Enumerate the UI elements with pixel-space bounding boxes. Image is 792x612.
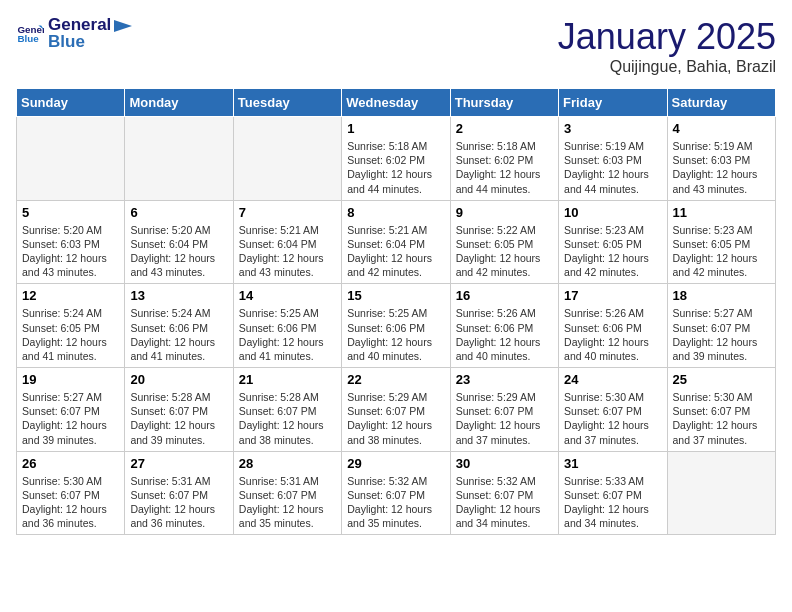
calendar-cell — [17, 117, 125, 201]
day-number: 1 — [347, 121, 444, 136]
day-info: Sunrise: 5:24 AMSunset: 6:06 PMDaylight:… — [130, 306, 227, 363]
day-header-monday: Monday — [125, 89, 233, 117]
day-info: Sunrise: 5:20 AMSunset: 6:03 PMDaylight:… — [22, 223, 119, 280]
calendar-cell: 7Sunrise: 5:21 AMSunset: 6:04 PMDaylight… — [233, 200, 341, 284]
day-header-saturday: Saturday — [667, 89, 775, 117]
calendar-cell: 31Sunrise: 5:33 AMSunset: 6:07 PMDayligh… — [559, 451, 667, 535]
calendar-cell: 13Sunrise: 5:24 AMSunset: 6:06 PMDayligh… — [125, 284, 233, 368]
title-block: January 2025 Quijingue, Bahia, Brazil — [558, 16, 776, 76]
day-number: 10 — [564, 205, 661, 220]
logo-chevron — [112, 18, 134, 34]
day-number: 6 — [130, 205, 227, 220]
day-header-sunday: Sunday — [17, 89, 125, 117]
calendar-subtitle: Quijingue, Bahia, Brazil — [558, 58, 776, 76]
day-info: Sunrise: 5:33 AMSunset: 6:07 PMDaylight:… — [564, 474, 661, 531]
calendar-cell: 18Sunrise: 5:27 AMSunset: 6:07 PMDayligh… — [667, 284, 775, 368]
calendar-title: January 2025 — [558, 16, 776, 58]
calendar-cell — [125, 117, 233, 201]
svg-text:Blue: Blue — [17, 33, 39, 44]
day-info: Sunrise: 5:29 AMSunset: 6:07 PMDaylight:… — [456, 390, 553, 447]
calendar-cell: 1Sunrise: 5:18 AMSunset: 6:02 PMDaylight… — [342, 117, 450, 201]
day-number: 16 — [456, 288, 553, 303]
day-number: 3 — [564, 121, 661, 136]
day-number: 12 — [22, 288, 119, 303]
day-header-friday: Friday — [559, 89, 667, 117]
calendar-cell: 27Sunrise: 5:31 AMSunset: 6:07 PMDayligh… — [125, 451, 233, 535]
day-number: 24 — [564, 372, 661, 387]
calendar-cell: 2Sunrise: 5:18 AMSunset: 6:02 PMDaylight… — [450, 117, 558, 201]
svg-marker-4 — [114, 20, 132, 32]
calendar-table: SundayMondayTuesdayWednesdayThursdayFrid… — [16, 88, 776, 535]
day-number: 23 — [456, 372, 553, 387]
day-info: Sunrise: 5:31 AMSunset: 6:07 PMDaylight:… — [239, 474, 336, 531]
day-number: 31 — [564, 456, 661, 471]
calendar-cell — [667, 451, 775, 535]
day-info: Sunrise: 5:18 AMSunset: 6:02 PMDaylight:… — [347, 139, 444, 196]
day-number: 30 — [456, 456, 553, 471]
calendar-cell: 5Sunrise: 5:20 AMSunset: 6:03 PMDaylight… — [17, 200, 125, 284]
day-header-wednesday: Wednesday — [342, 89, 450, 117]
day-info: Sunrise: 5:25 AMSunset: 6:06 PMDaylight:… — [347, 306, 444, 363]
day-info: Sunrise: 5:24 AMSunset: 6:05 PMDaylight:… — [22, 306, 119, 363]
calendar-cell: 12Sunrise: 5:24 AMSunset: 6:05 PMDayligh… — [17, 284, 125, 368]
day-number: 18 — [673, 288, 770, 303]
calendar-cell: 22Sunrise: 5:29 AMSunset: 6:07 PMDayligh… — [342, 368, 450, 452]
day-info: Sunrise: 5:31 AMSunset: 6:07 PMDaylight:… — [130, 474, 227, 531]
logo-text: General — [48, 16, 134, 34]
day-info: Sunrise: 5:19 AMSunset: 6:03 PMDaylight:… — [673, 139, 770, 196]
day-info: Sunrise: 5:28 AMSunset: 6:07 PMDaylight:… — [239, 390, 336, 447]
calendar-cell: 28Sunrise: 5:31 AMSunset: 6:07 PMDayligh… — [233, 451, 341, 535]
calendar-week-row: 19Sunrise: 5:27 AMSunset: 6:07 PMDayligh… — [17, 368, 776, 452]
calendar-cell: 26Sunrise: 5:30 AMSunset: 6:07 PMDayligh… — [17, 451, 125, 535]
day-number: 2 — [456, 121, 553, 136]
calendar-cell: 8Sunrise: 5:21 AMSunset: 6:04 PMDaylight… — [342, 200, 450, 284]
calendar-cell: 15Sunrise: 5:25 AMSunset: 6:06 PMDayligh… — [342, 284, 450, 368]
day-number: 8 — [347, 205, 444, 220]
day-info: Sunrise: 5:20 AMSunset: 6:04 PMDaylight:… — [130, 223, 227, 280]
day-number: 5 — [22, 205, 119, 220]
logo-icon: General Blue — [16, 20, 44, 48]
calendar-cell: 16Sunrise: 5:26 AMSunset: 6:06 PMDayligh… — [450, 284, 558, 368]
day-info: Sunrise: 5:19 AMSunset: 6:03 PMDaylight:… — [564, 139, 661, 196]
day-number: 13 — [130, 288, 227, 303]
day-number: 22 — [347, 372, 444, 387]
day-number: 9 — [456, 205, 553, 220]
day-number: 25 — [673, 372, 770, 387]
calendar-cell: 19Sunrise: 5:27 AMSunset: 6:07 PMDayligh… — [17, 368, 125, 452]
calendar-cell: 23Sunrise: 5:29 AMSunset: 6:07 PMDayligh… — [450, 368, 558, 452]
day-info: Sunrise: 5:30 AMSunset: 6:07 PMDaylight:… — [564, 390, 661, 447]
day-info: Sunrise: 5:27 AMSunset: 6:07 PMDaylight:… — [22, 390, 119, 447]
day-number: 29 — [347, 456, 444, 471]
day-info: Sunrise: 5:32 AMSunset: 6:07 PMDaylight:… — [347, 474, 444, 531]
day-info: Sunrise: 5:26 AMSunset: 6:06 PMDaylight:… — [564, 306, 661, 363]
calendar-cell: 17Sunrise: 5:26 AMSunset: 6:06 PMDayligh… — [559, 284, 667, 368]
day-info: Sunrise: 5:32 AMSunset: 6:07 PMDaylight:… — [456, 474, 553, 531]
day-info: Sunrise: 5:29 AMSunset: 6:07 PMDaylight:… — [347, 390, 444, 447]
calendar-cell: 6Sunrise: 5:20 AMSunset: 6:04 PMDaylight… — [125, 200, 233, 284]
calendar-cell: 4Sunrise: 5:19 AMSunset: 6:03 PMDaylight… — [667, 117, 775, 201]
calendar-week-row: 12Sunrise: 5:24 AMSunset: 6:05 PMDayligh… — [17, 284, 776, 368]
calendar-week-row: 5Sunrise: 5:20 AMSunset: 6:03 PMDaylight… — [17, 200, 776, 284]
day-number: 27 — [130, 456, 227, 471]
calendar-cell — [233, 117, 341, 201]
day-info: Sunrise: 5:21 AMSunset: 6:04 PMDaylight:… — [347, 223, 444, 280]
calendar-cell: 21Sunrise: 5:28 AMSunset: 6:07 PMDayligh… — [233, 368, 341, 452]
day-header-tuesday: Tuesday — [233, 89, 341, 117]
logo-blue-text: Blue — [48, 32, 134, 52]
day-number: 26 — [22, 456, 119, 471]
day-number: 14 — [239, 288, 336, 303]
day-info: Sunrise: 5:21 AMSunset: 6:04 PMDaylight:… — [239, 223, 336, 280]
day-header-thursday: Thursday — [450, 89, 558, 117]
calendar-cell: 14Sunrise: 5:25 AMSunset: 6:06 PMDayligh… — [233, 284, 341, 368]
day-number: 15 — [347, 288, 444, 303]
calendar-cell: 25Sunrise: 5:30 AMSunset: 6:07 PMDayligh… — [667, 368, 775, 452]
day-number: 17 — [564, 288, 661, 303]
calendar-cell: 9Sunrise: 5:22 AMSunset: 6:05 PMDaylight… — [450, 200, 558, 284]
day-info: Sunrise: 5:27 AMSunset: 6:07 PMDaylight:… — [673, 306, 770, 363]
day-info: Sunrise: 5:26 AMSunset: 6:06 PMDaylight:… — [456, 306, 553, 363]
logo: General Blue General Blue — [16, 16, 134, 52]
calendar-cell: 20Sunrise: 5:28 AMSunset: 6:07 PMDayligh… — [125, 368, 233, 452]
day-info: Sunrise: 5:23 AMSunset: 6:05 PMDaylight:… — [673, 223, 770, 280]
calendar-cell: 29Sunrise: 5:32 AMSunset: 6:07 PMDayligh… — [342, 451, 450, 535]
calendar-week-row: 1Sunrise: 5:18 AMSunset: 6:02 PMDaylight… — [17, 117, 776, 201]
